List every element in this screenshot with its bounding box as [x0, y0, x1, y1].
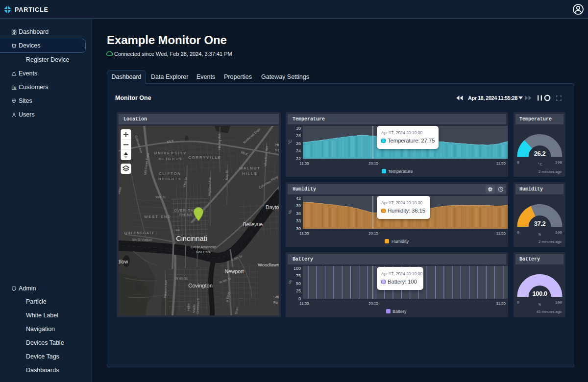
svg-text:11:55: 11:55 [299, 301, 309, 306]
svg-text:QUEENSGATE: QUEENSGATE [124, 231, 155, 235]
svg-text:Fo: Fo [273, 300, 278, 305]
svg-text:0: 0 [517, 160, 519, 165]
svg-text:Hew: Hew [275, 143, 279, 147]
svg-text:11:55: 11:55 [299, 161, 309, 166]
svg-text:Humidity: Humidity [392, 239, 409, 244]
svg-text:75: 75 [296, 273, 301, 278]
svg-text:Woodlawn: Woodlawn [258, 262, 279, 267]
svg-text:UNIVERSITY: UNIVERSITY [154, 151, 187, 155]
svg-text:Sain: Sain [273, 295, 279, 299]
svg-text:Holm: Holm [187, 303, 191, 310]
svg-text:11:55: 11:55 [496, 301, 506, 306]
svg-text:100.0: 100.0 [532, 290, 547, 297]
svg-text:%: % [288, 280, 293, 284]
svg-text:11:55: 11:55 [496, 231, 506, 236]
svg-text:Western Ave: Western Ave [163, 280, 167, 298]
svg-text:22: 22 [296, 156, 301, 161]
svg-text:2 minutes ago: 2 minutes ago [539, 239, 562, 244]
svg-text:25: 25 [296, 288, 301, 293]
svg-text:24: 24 [296, 148, 301, 153]
svg-text:2 minutes ago: 2 minutes ago [539, 169, 562, 174]
svg-text:42: 42 [296, 196, 301, 201]
svg-text:°C: °C [288, 139, 293, 144]
svg-text:0: 0 [517, 230, 519, 235]
svg-text:HILLS: HILLS [243, 171, 258, 176]
svg-text:Ludlow: Ludlow [119, 259, 128, 264]
svg-text:Bellevue: Bellevue [243, 221, 263, 227]
svg-text:Madis: Madis [192, 304, 196, 312]
svg-text:100: 100 [555, 230, 563, 235]
svg-text:100: 100 [555, 160, 563, 165]
svg-text:CLIFTON: CLIFTON [159, 171, 181, 176]
svg-text:%: % [288, 210, 293, 214]
svg-text:6th St Viaduct: 6th St Viaduct [132, 238, 152, 241]
svg-text:Fairf: Fairf [275, 148, 279, 152]
svg-text:Temperature: Temperature [388, 169, 413, 174]
svg-text:Newport: Newport [224, 268, 244, 274]
svg-text:Dayton: Dayton [266, 204, 279, 210]
svg-text:HEIGHTS: HEIGHTS [159, 157, 183, 161]
svg-text:Ball Park: Ball Park [196, 250, 211, 254]
svg-text:20:15: 20:15 [368, 231, 379, 236]
svg-text:26: 26 [296, 141, 301, 146]
svg-text:50: 50 [296, 281, 301, 286]
svg-text:Covington: Covington [188, 283, 213, 288]
svg-text:Great American: Great American [191, 245, 216, 249]
svg-text:%: % [539, 302, 541, 307]
svg-text:Battery: Battery [392, 309, 407, 314]
svg-text:Harvey Ave: Harvey Ave [218, 133, 221, 150]
svg-text:26.2: 26.2 [534, 150, 546, 157]
svg-text:WEST END: WEST END [144, 215, 171, 219]
svg-text:°C: °C [538, 162, 542, 167]
svg-text:9th: 9th [176, 229, 180, 232]
svg-text:CORRYVILLE: CORRYVILLE [188, 155, 221, 160]
svg-text:33: 33 [296, 218, 301, 223]
svg-text:11:55: 11:55 [299, 231, 309, 236]
svg-text:30: 30 [296, 126, 301, 131]
svg-text:0: 0 [298, 296, 301, 301]
svg-text:100: 100 [294, 266, 301, 271]
svg-text:W 4th St: W 4th St [175, 277, 188, 280]
svg-text:Cincinnati: Cincinnati [176, 235, 207, 242]
svg-text:37.2: 37.2 [534, 220, 546, 227]
svg-text:WALNUT: WALNUT [239, 166, 260, 170]
svg-text:RHINE: RHINE [179, 213, 193, 216]
svg-text:43 minutes ago: 43 minutes ago [537, 310, 562, 314]
svg-text:30: 30 [296, 226, 301, 231]
svg-text:11:55: 11:55 [496, 161, 506, 166]
svg-text:20:15: 20:15 [368, 301, 379, 306]
svg-text:HEIGHTS: HEIGHTS [158, 177, 181, 181]
svg-text:20:15: 20:15 [368, 161, 379, 166]
svg-text:York St: York St [155, 195, 166, 199]
svg-text:39: 39 [296, 203, 301, 208]
svg-text:36: 36 [296, 211, 301, 216]
svg-text:%: % [539, 232, 541, 237]
svg-text:100: 100 [555, 300, 563, 305]
svg-text:28: 28 [296, 133, 301, 138]
svg-text:0: 0 [517, 300, 519, 305]
